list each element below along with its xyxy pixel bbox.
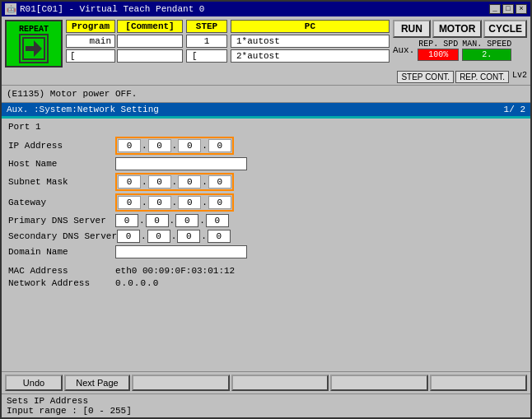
btn6-empty [430,375,528,391]
subnet-field-2[interactable] [148,175,171,189]
domain-name-row: Domain Name [8,245,524,258]
pdns-field-2[interactable] [146,214,169,227]
pdns-field-1[interactable] [115,214,138,227]
section-title: Aux. :System:Network Setting [7,105,159,114]
run-row: RUN MOTOR CYCLE [393,20,527,38]
program-label: Program [66,20,115,33]
pc-block: PC 1*autost 2*autost [231,20,390,68]
ip-dot-3: . [201,141,208,151]
step-cont-button[interactable]: STEP CONT. [397,71,454,83]
undo-button[interactable]: Undo [5,375,63,391]
subnet-dot-2: . [171,177,179,187]
net-addr-dot-3: . [146,278,153,288]
minimize-button[interactable]: _ [489,4,501,14]
sdns-field-1[interactable] [117,230,140,243]
right-buttons: RUN MOTOR CYCLE Aux. REP. SPD 100% MAN. … [393,20,527,68]
ip-field-1[interactable] [118,139,141,152]
lv2-label: Lv2 [512,71,527,80]
subnet-dot-1: . [141,177,148,187]
btn5-empty [330,375,428,391]
gateway-field-2[interactable] [148,196,171,209]
gateway-field-4[interactable] [208,196,231,209]
subnet-field-1[interactable] [118,175,141,189]
ip-field-3[interactable] [178,139,201,152]
host-name-input[interactable] [115,157,247,170]
pdns-dot-2: . [169,216,176,226]
ip-address-row: IP Address . . . [8,137,524,155]
comment-value [117,35,183,48]
close-button[interactable]: × [516,4,527,14]
network-address-label: Network Address [8,278,115,288]
maximize-button[interactable]: □ [502,4,514,14]
ip-dot-2: . [171,141,179,151]
gateway-label: Gateway [8,198,115,207]
repeat-block: REPEAT [5,20,63,68]
port-label: Port 1 [8,122,524,132]
net-addr-2: 0 [128,278,133,288]
speed-area: Aux. REP. SPD 100% MAN. SPEED 2. [393,40,527,61]
subnet-field-3[interactable] [178,175,201,189]
gateway-field-group: . . . [115,193,234,212]
sdns-field-2[interactable] [147,230,170,243]
next-page-button[interactable]: Next Page [64,375,130,391]
sdns-field-4[interactable] [208,230,231,243]
status-line2: Input range : [0 - 255] [7,406,525,416]
bottom-buttons: Undo Next Page [2,371,530,393]
gateway-field-1[interactable] [118,196,141,209]
gateway-dot-1: . [141,198,148,207]
sdns-dot-1: . [140,231,147,241]
rep-cont-button[interactable]: REP. CONT. [455,71,509,83]
aux-label: Aux. [393,45,414,55]
ip-field-2[interactable] [148,139,171,152]
domain-name-input[interactable] [115,245,247,258]
man-speed-label: MAN. SPEED [462,40,511,49]
pc-value1: 1*autost [231,35,390,48]
motor-button[interactable]: MOTOR [432,20,482,38]
comment-label: [Comment] [117,20,183,33]
cycle-button[interactable]: CYCLE [483,20,527,38]
status-row: STEP CONT. REP. CONT. Lv2 [2,71,530,85]
app-icon: 🤖 [5,3,16,15]
net-addr-4: 0 [153,278,159,288]
program-value: main [66,35,115,48]
sdns-field-3[interactable] [177,230,200,243]
gateway-dot-3: . [201,198,208,207]
secondary-dns-label: Secondary DNS Server [8,231,117,241]
btn4-empty [231,375,329,391]
pdns-dot-3: . [198,216,206,226]
pc-value2: 2*autost [231,49,390,63]
rep-spd-bar: 100% [418,49,459,61]
pdns-field-4[interactable] [206,214,229,227]
section-header: Aux. :System:Network Setting 1/ 2 [2,103,530,116]
status-message: Sets IP Address Input range : [0 - 255] [2,393,530,417]
run-button[interactable]: RUN [393,20,431,38]
subnet-mask-label: Subnet Mask [8,177,115,187]
network-address-row: Network Address 0 . 0 . 0 . 0 [8,278,524,288]
ip-dot-1: . [141,141,148,151]
sdns-dot-2: . [170,231,178,241]
net-addr-dot-2: . [133,278,141,288]
spacer [5,71,395,83]
prog-header: Program [Comment] [66,20,183,33]
pc-label: PC [231,20,390,33]
ip-field-4[interactable] [208,139,231,152]
subnet-mask-row: Subnet Mask . . . [8,173,524,191]
gateway-field-3[interactable] [178,196,201,209]
secondary-dns-row: Secondary DNS Server . . . [8,230,524,243]
status-line1: Sets IP Address [7,396,525,406]
step-value: 1 [186,35,227,48]
page-number: 1/ 2 [504,105,525,114]
primary-dns-label: Primary DNS Server [8,216,115,226]
lv2-area: Lv2 [512,71,527,83]
subnet-field-group: . . . [115,173,234,191]
subnet-dot-3: . [201,177,208,187]
secondary-dns-field-group: . . . [117,230,231,243]
step-label: STEP [186,20,227,33]
btn3-empty [132,375,230,391]
prog-bracket-row: [ [66,49,183,63]
pdns-field-3[interactable] [175,214,198,227]
subnet-field-4[interactable] [208,175,231,189]
repeat-label: REPEAT [19,25,49,34]
host-name-label: Host Name [8,159,115,169]
ip-address-label: IP Address [8,141,115,151]
